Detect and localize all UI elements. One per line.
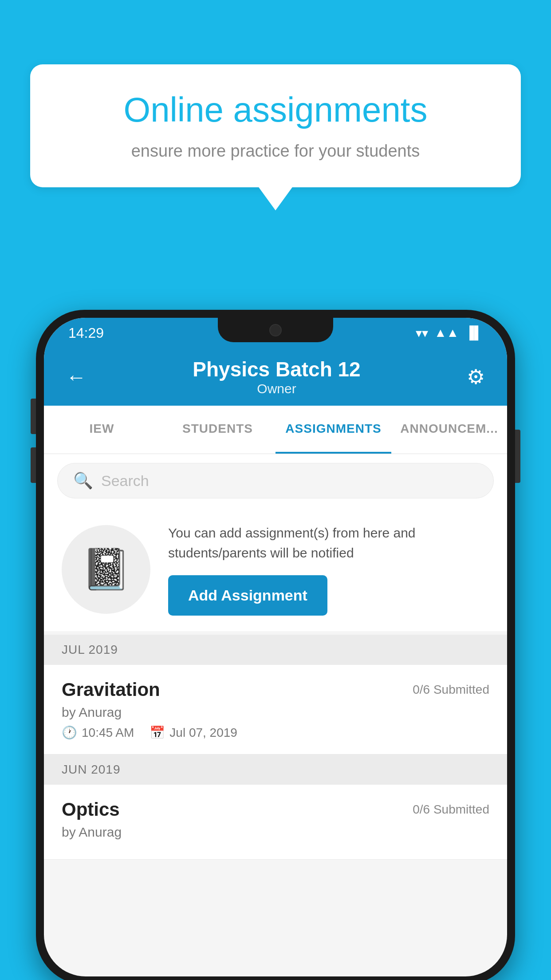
assignment-author-optics: by Anurag [62, 825, 489, 840]
assignment-author-gravitation: by Anurag [62, 705, 489, 720]
calendar-icon: 📅 [150, 725, 165, 740]
assignment-time-gravitation: 🕐 10:45 AM [62, 725, 134, 740]
assignment-date-gravitation: 📅 Jul 07, 2019 [150, 725, 237, 740]
promo-icon-circle: 📓 [62, 525, 150, 614]
side-button-power [515, 430, 520, 483]
add-assignment-button[interactable]: Add Assignment [168, 575, 327, 616]
search-container: 🔍 Search [44, 454, 507, 507]
section-label-jun: JUN 2019 [62, 763, 121, 776]
bubble-subtitle: ensure more practice for your students [61, 142, 490, 161]
clock-icon: 🕐 [62, 725, 77, 740]
status-icons: ▾▾ ▲▲ ▐▌ [416, 326, 483, 340]
section-header-jul: JUL 2019 [44, 635, 507, 665]
status-time: 14:29 [68, 325, 104, 341]
assignment-item-gravitation[interactable]: Gravitation 0/6 Submitted by Anurag 🕐 10… [44, 665, 507, 755]
tab-overview[interactable]: IEW [44, 406, 160, 454]
search-placeholder: Search [101, 472, 149, 490]
assignment-name-optics: Optics [62, 799, 120, 820]
assignment-time-value: 10:45 AM [82, 726, 134, 740]
speech-bubble-container: Online assignments ensure more practice … [30, 64, 521, 187]
header-subtitle: Owner [193, 381, 360, 396]
search-bar[interactable]: 🔍 Search [57, 463, 494, 498]
promo-text: You can add assignment(s) from here and … [168, 523, 489, 563]
notebook-icon: 📓 [81, 546, 131, 593]
assignment-submitted-gravitation: 0/6 Submitted [413, 683, 489, 697]
header-center: Physics Batch 12 Owner [193, 357, 360, 396]
assignment-meta-gravitation: 🕐 10:45 AM 📅 Jul 07, 2019 [62, 725, 489, 740]
assignment-row-top-optics: Optics 0/6 Submitted [62, 799, 489, 820]
assignment-name-gravitation: Gravitation [62, 679, 160, 700]
side-button-vol-up [31, 399, 36, 434]
side-button-vol-down [31, 447, 36, 483]
assignment-date-value: Jul 07, 2019 [169, 726, 237, 740]
speech-bubble: Online assignments ensure more practice … [30, 64, 521, 187]
promo-content: You can add assignment(s) from here and … [168, 523, 489, 616]
back-button[interactable]: ← [66, 365, 87, 389]
tab-assignments[interactable]: ASSIGNMENTS [276, 406, 391, 454]
section-header-jun: JUN 2019 [44, 755, 507, 785]
phone-screen: 14:29 ▾▾ ▲▲ ▐▌ ← Physics Batch 12 Owner … [44, 318, 507, 976]
search-icon: 🔍 [73, 471, 93, 490]
signal-icon: ▲▲ [434, 326, 459, 340]
tab-announcements[interactable]: ANNOUNCEM... [391, 406, 507, 454]
phone-frame: 14:29 ▾▾ ▲▲ ▐▌ ← Physics Batch 12 Owner … [36, 310, 515, 980]
phone-camera [269, 324, 282, 336]
app-header: ← Physics Batch 12 Owner ⚙ [44, 348, 507, 406]
bubble-title: Online assignments [61, 91, 490, 129]
promo-section: 📓 You can add assignment(s) from here an… [44, 507, 507, 631]
assignment-item-optics[interactable]: Optics 0/6 Submitted by Anurag [44, 785, 507, 860]
section-label-jul: JUL 2019 [62, 643, 118, 656]
tab-students[interactable]: STUDENTS [160, 406, 276, 454]
tabs-bar: IEW STUDENTS ASSIGNMENTS ANNOUNCEM... [44, 406, 507, 454]
settings-icon[interactable]: ⚙ [467, 365, 485, 389]
wifi-icon: ▾▾ [416, 326, 428, 340]
assignment-row-top: Gravitation 0/6 Submitted [62, 679, 489, 700]
header-title: Physics Batch 12 [193, 357, 360, 381]
assignment-submitted-optics: 0/6 Submitted [413, 802, 489, 817]
battery-icon: ▐▌ [465, 326, 483, 340]
